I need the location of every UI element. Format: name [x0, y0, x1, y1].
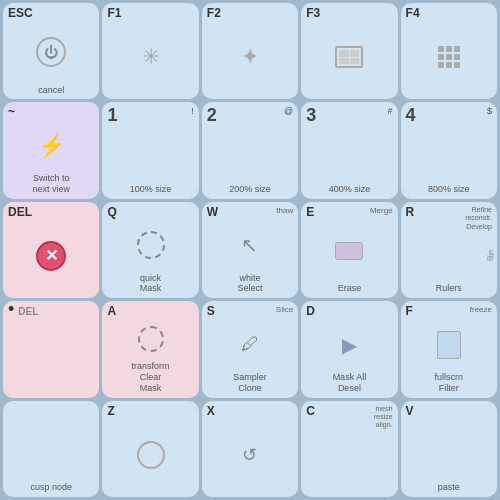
- key-f4[interactable]: F4: [401, 3, 497, 99]
- key-f4-icon: [406, 19, 492, 95]
- dashed-circle-icon: [137, 231, 165, 259]
- key-v-action: paste: [406, 482, 492, 493]
- key-2-main: 2: [207, 106, 217, 124]
- x-icon: ✕: [36, 241, 66, 271]
- key-q-icon: [107, 218, 193, 273]
- key-r[interactable]: R Refinereconstr.Develop Rulers uljg: [401, 202, 497, 298]
- key-x[interactable]: X ↺: [202, 401, 298, 497]
- key-d-action: Mask AllDesel: [306, 372, 392, 394]
- key-del1[interactable]: DEL ✕: [3, 202, 99, 298]
- key-q[interactable]: Q quickMask: [102, 202, 198, 298]
- key-c-icon: [306, 430, 392, 493]
- key-f2[interactable]: F2 ✦: [202, 3, 298, 99]
- eraser-icon: [335, 242, 363, 260]
- power-icon: ⏻: [36, 37, 66, 67]
- key-v[interactable]: V paste: [401, 401, 497, 497]
- cursor-icon: ↖: [241, 233, 258, 257]
- key-2[interactable]: 2 @ 200% size: [202, 102, 298, 198]
- circle-z-icon: [137, 441, 165, 469]
- rotate-icon: ↺: [242, 444, 257, 466]
- key-w-super: thaw: [276, 206, 293, 218]
- key-f3-label: F3: [306, 7, 392, 19]
- key-esc-icon: ⏻: [8, 19, 94, 85]
- key-q-label: Q: [107, 206, 193, 218]
- keyboard-grid: ESC ⏻ cancel F1 ✳ F2 ✦ F3: [0, 0, 500, 500]
- key-del1-icon: ✕: [8, 218, 94, 294]
- dashed-circle2-icon: [138, 326, 164, 352]
- key-f[interactable]: F freeze fullscrnFilter: [401, 301, 497, 397]
- key-tilde-icon: ⚡: [8, 118, 94, 173]
- key-1[interactable]: 1 ! 100% size: [102, 102, 198, 198]
- key-e[interactable]: E Merge Erase: [301, 202, 397, 298]
- sun-icon: ✳: [142, 44, 160, 70]
- key-tilde-label: ~: [8, 106, 94, 118]
- key-f2-label: F2: [207, 7, 293, 19]
- key-tilde[interactable]: ~ ⚡ Switch tonext view: [3, 102, 99, 198]
- key-w-icon: ↖: [207, 218, 293, 273]
- window-icon: [335, 46, 363, 68]
- key-cusp-action: cusp node: [8, 482, 94, 493]
- key-d-label: D: [306, 305, 392, 317]
- key-e-action: Erase: [306, 283, 392, 294]
- key-1-icon: [107, 124, 193, 184]
- key-s-label: S: [207, 305, 215, 317]
- key-4-top: 4 $: [406, 106, 492, 124]
- key-2-top: 2 @: [207, 106, 293, 124]
- key-e-label: E: [306, 206, 314, 218]
- grid-icon: [438, 46, 460, 68]
- key-4-action: 800% size: [406, 184, 492, 195]
- key-3-main: 3: [306, 106, 316, 124]
- key-z[interactable]: Z: [102, 401, 198, 497]
- key-c-super: meshresizealign.: [374, 405, 393, 430]
- key-x-label: X: [207, 405, 293, 417]
- key-1-main: 1: [107, 106, 117, 124]
- key-f3-icon: [306, 19, 392, 95]
- key-1-top: 1 !: [107, 106, 193, 124]
- sampler-icon: 🖊: [241, 334, 259, 355]
- key-c[interactable]: C meshresizealign.: [301, 401, 397, 497]
- key-f1[interactable]: F1 ✳: [102, 3, 198, 99]
- key-r-label: R: [406, 206, 415, 231]
- key-2-super: @: [284, 107, 293, 116]
- key-f-label: F: [406, 305, 413, 317]
- key-dot-del[interactable]: • DEL: [3, 301, 99, 397]
- sun2-icon: ✦: [241, 44, 259, 70]
- key-3-top: 3 #: [306, 106, 392, 124]
- key-esc-label: ESC: [8, 7, 94, 19]
- key-f1-label: F1: [107, 7, 193, 19]
- key-a[interactable]: A transformClearMask: [102, 301, 198, 397]
- key-esc[interactable]: ESC ⏻ cancel: [3, 3, 99, 99]
- key-s[interactable]: S Slice 🖊 SamplerClone: [202, 301, 298, 397]
- key-3-icon: [306, 124, 392, 184]
- key-2-action: 200% size: [207, 184, 293, 195]
- key-2-icon: [207, 124, 293, 184]
- key-cusp[interactable]: cusp node: [3, 401, 99, 497]
- key-3[interactable]: 3 # 400% size: [301, 102, 397, 198]
- key-4-super: $: [487, 107, 492, 116]
- key-v-label: V: [406, 405, 492, 417]
- dot-del-label: DEL: [18, 306, 38, 317]
- key-a-label: A: [107, 305, 193, 317]
- key-r-action: Rulers: [406, 283, 492, 294]
- key-f3[interactable]: F3: [301, 3, 397, 99]
- key-e-icon: [306, 218, 392, 284]
- key-z-icon: [107, 417, 193, 493]
- key-4-main: 4: [406, 106, 416, 124]
- key-a-icon: [107, 317, 193, 361]
- key-4[interactable]: 4 $ 800% size: [401, 102, 497, 198]
- key-esc-action: cancel: [8, 85, 94, 96]
- key-3-super: #: [388, 107, 393, 116]
- key-1-super: !: [191, 107, 194, 116]
- dot-label: •: [8, 305, 14, 314]
- key-v-icon: [406, 417, 492, 483]
- key-dot-del-icon: [8, 317, 94, 393]
- key-w[interactable]: W thaw ↖ whiteSelect: [202, 202, 298, 298]
- key-a-action: transformClearMask: [107, 361, 193, 393]
- key-w-label: W: [207, 206, 218, 218]
- key-e-super: Merge: [370, 206, 393, 218]
- key-d[interactable]: D ▶ Mask AllDesel: [301, 301, 397, 397]
- key-r-super: Refinereconstr.Develop: [465, 206, 492, 231]
- freeze-icon: [437, 331, 461, 359]
- key-f-icon: [406, 317, 492, 372]
- desel-icon: ▶: [342, 333, 357, 357]
